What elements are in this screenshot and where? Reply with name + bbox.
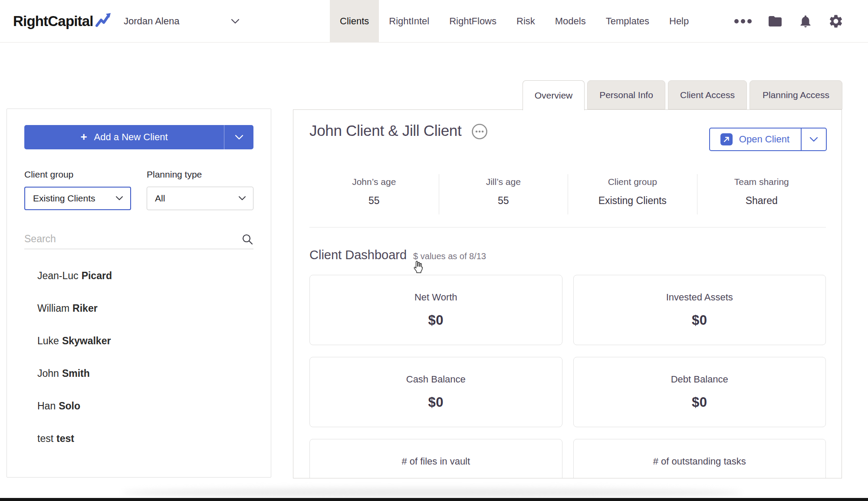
notifications-bell-icon[interactable] (798, 14, 813, 29)
stat-value: 55 (439, 195, 568, 207)
header-icons (734, 0, 844, 43)
nav-item-templates[interactable]: Templates (596, 0, 659, 43)
bottom-window-edge (0, 498, 868, 501)
add-client-split-button: + Add a New Client (24, 125, 253, 149)
card-cash-balance: Cash Balance $0 (309, 357, 562, 427)
client-last-name: Solo (59, 400, 80, 412)
divider (309, 227, 826, 227)
client-list-item[interactable]: William Riker (24, 292, 253, 325)
nav-item-help[interactable]: Help (659, 0, 699, 43)
client-first-name: Jean-Luc (37, 270, 79, 282)
client-first-name: John (37, 368, 59, 379)
card-invested-assets: Invested Assets $0 (573, 275, 826, 345)
dashboard-title: Client Dashboard (309, 248, 407, 262)
client-filters: Client group Existing Clients Planning t… (24, 169, 253, 210)
stat-value: Existing Clients (568, 195, 697, 207)
card-outstanding-tasks: # of outstanding tasks (573, 439, 826, 478)
client-last-name: Skywalker (62, 335, 111, 347)
advisor-name: Jordan Alena (124, 16, 179, 27)
planning-type-select[interactable]: All (147, 187, 253, 210)
open-client-split-button: Open Client (709, 128, 827, 151)
stat-label: Client group (568, 177, 697, 187)
page-bottom-shadow (122, 488, 742, 498)
card-label: # of files in vault (310, 456, 562, 467)
client-list-item[interactable]: Han Solo (24, 390, 253, 422)
page: RightCapital Jordan Alena Clients RightI… (0, 0, 868, 501)
chevron-down-icon (230, 18, 240, 24)
client-first-name: test (37, 433, 53, 445)
nav-item-models[interactable]: Models (545, 0, 596, 43)
brand-logo[interactable]: RightCapital (13, 0, 112, 43)
dashboard-cards: Net Worth $0 Invested Assets $0 Cash Bal… (309, 275, 826, 478)
folder-icon[interactable] (767, 13, 783, 29)
brand-logo-text: RightCapital (13, 13, 93, 30)
top-header: RightCapital Jordan Alena Clients RightI… (0, 0, 868, 43)
client-search (24, 229, 253, 249)
open-client-dropdown-button[interactable] (801, 129, 826, 150)
stat-label: Jill’s age (439, 177, 568, 187)
card-value: $0 (310, 313, 562, 328)
client-group-select[interactable]: Existing Clients (24, 187, 131, 210)
stat-team-sharing: Team sharing Shared (697, 174, 826, 214)
planning-type-value: All (155, 193, 165, 204)
settings-gear-icon[interactable] (828, 13, 844, 29)
main-nav: Clients RightIntel RightFlows Risk Model… (330, 0, 699, 43)
client-first-name: Han (37, 400, 56, 412)
card-value: $0 (310, 395, 562, 410)
card-label: # of outstanding tasks (574, 456, 826, 467)
client-last-name: Riker (72, 303, 98, 314)
dashboard-subtitle: $ values as of 8/13 (413, 251, 486, 261)
tab-planning-access[interactable]: Planning Access (750, 80, 842, 109)
client-first-name: Luke (37, 335, 59, 347)
open-external-icon (720, 133, 733, 145)
search-input[interactable] (24, 233, 215, 245)
card-files-in-vault: # of files in vault (309, 439, 562, 478)
client-name-title: John Client & Jill Client (309, 122, 461, 139)
card-value: $0 (574, 313, 826, 328)
client-last-name: Smith (62, 368, 90, 379)
open-client-label: Open Client (739, 134, 789, 145)
search-icon[interactable] (241, 233, 253, 245)
client-list-item[interactable]: John Smith (24, 357, 253, 390)
tab-overview[interactable]: Overview (523, 80, 585, 110)
stat-label: Team sharing (697, 177, 826, 187)
card-value: $0 (574, 395, 826, 410)
open-client-button[interactable]: Open Client (710, 129, 801, 150)
add-client-label: Add a New Client (94, 132, 168, 143)
client-more-actions-icon[interactable] (471, 123, 488, 140)
stat-jills-age: Jill’s age 55 (439, 174, 568, 214)
add-client-button[interactable]: + Add a New Client (24, 125, 224, 149)
client-detail-tabs: Overview Personal Info Client Access Pla… (523, 80, 842, 109)
nav-item-clients[interactable]: Clients (330, 0, 379, 43)
client-group-value: Existing Clients (33, 193, 95, 204)
card-net-worth: Net Worth $0 (309, 275, 562, 345)
client-last-name: Picard (82, 270, 112, 282)
client-group-label: Client group (24, 169, 131, 180)
tab-personal-info[interactable]: Personal Info (587, 80, 665, 109)
logo-arrow-icon (95, 11, 112, 29)
client-first-name: William (37, 303, 69, 314)
stat-value: Shared (697, 195, 826, 207)
planning-type-label: Planning type (147, 169, 253, 180)
card-label: Invested Assets (574, 292, 826, 303)
client-list-item[interactable]: test test (24, 422, 253, 455)
nav-item-rightflows[interactable]: RightFlows (439, 0, 506, 43)
client-list: Jean-Luc Picard William Riker Luke Skywa… (24, 260, 253, 455)
nav-item-rightintel[interactable]: RightIntel (379, 0, 439, 43)
client-stats-row: John’s age 55 Jill’s age 55 Client group… (309, 174, 826, 214)
client-overview-panel: John Client & Jill Client Open Client (293, 109, 842, 478)
add-client-dropdown-button[interactable] (224, 125, 253, 149)
stat-value: 55 (309, 195, 439, 207)
client-last-name: test (56, 433, 74, 445)
more-options-icon[interactable] (734, 19, 752, 24)
card-label: Debt Balance (574, 374, 826, 385)
advisor-selector[interactable]: Jordan Alena (124, 0, 240, 43)
tab-client-access[interactable]: Client Access (668, 80, 747, 109)
stat-label: John’s age (309, 177, 439, 187)
nav-item-risk[interactable]: Risk (506, 0, 545, 43)
client-list-item[interactable]: Jean-Luc Picard (24, 260, 253, 292)
client-list-panel: + Add a New Client Client group Existing… (7, 109, 271, 478)
client-list-item[interactable]: Luke Skywalker (24, 325, 253, 357)
stat-johns-age: John’s age 55 (309, 174, 439, 214)
card-label: Cash Balance (310, 374, 562, 385)
